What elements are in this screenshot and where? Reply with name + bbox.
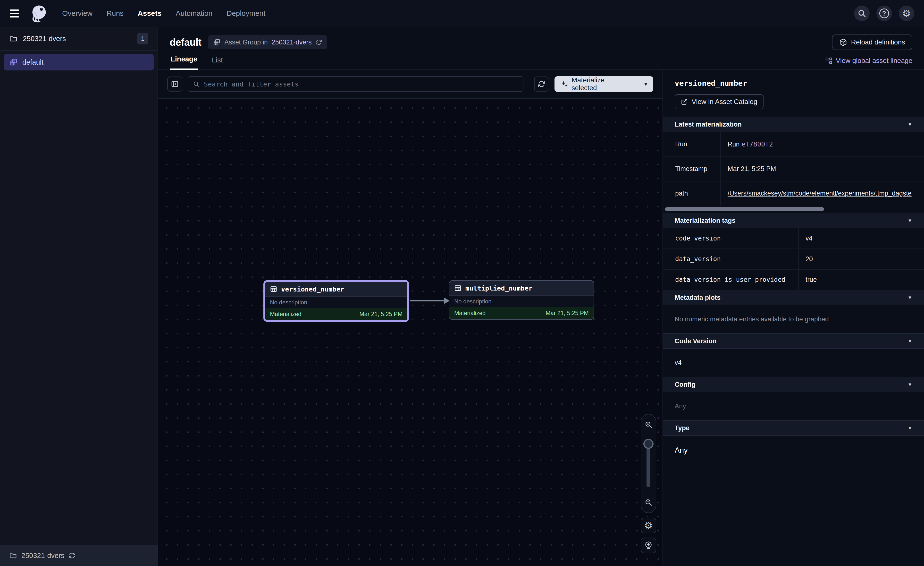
asset-node-description: No description <box>449 296 594 307</box>
table-row: data_version_is_user_provided true <box>663 269 924 290</box>
menu-icon[interactable] <box>10 7 22 20</box>
badge-repo-link[interactable]: 250321-dvers <box>272 39 312 46</box>
tab-lineage[interactable]: Lineage <box>170 55 198 70</box>
refresh-graph-button[interactable] <box>534 77 549 92</box>
zoom-slider <box>641 435 656 492</box>
sync-icon[interactable] <box>69 552 75 559</box>
panel-toggle-icon <box>171 80 178 88</box>
path-link[interactable]: /Users/smackesey/stm/code/elementl/exper… <box>728 190 922 197</box>
row-value: Run ef7800f2 <box>721 132 924 157</box>
status-timestamp: Mar 21, 5:25 PM <box>546 310 589 316</box>
page-title: default <box>170 37 201 48</box>
top-navbar: Overview Runs Assets Automation Deployme… <box>0 0 924 27</box>
row-value: /Users/smackesey/stm/code/elementl/exper… <box>721 181 924 206</box>
chevron-down-icon: ▼ <box>908 295 912 301</box>
gear-icon: ⚙ <box>644 521 653 530</box>
chevron-down-icon: ▾ <box>644 81 647 87</box>
panel-asset-title: versioned_number <box>675 79 912 87</box>
view-in-asset-catalog-button[interactable]: View in Asset Catalog <box>675 94 764 109</box>
section-header-metadata-plots[interactable]: Metadata plots ▼ <box>663 290 924 306</box>
asset-group-icon <box>10 58 18 66</box>
help-button[interactable]: ? <box>876 6 892 21</box>
search-button[interactable] <box>854 6 870 21</box>
asset-groups-sidebar: 250321-dvers 1 default 250321-dvers <box>0 27 158 566</box>
tag-value: true <box>799 269 924 290</box>
run-id-link[interactable]: ef7800f2 <box>741 140 773 148</box>
tag-key: data_version_is_user_provided <box>663 269 799 290</box>
reload-definitions-button[interactable]: Reload definitions <box>832 35 912 50</box>
sync-icon <box>538 80 545 88</box>
materialization-tags-table: code_version v4 data_version 20 data_ver… <box>663 228 924 290</box>
section-header-code-version[interactable]: Code Version ▼ <box>663 333 924 349</box>
zoom-in-button[interactable] <box>641 414 656 435</box>
nav-links: Overview Runs Assets Automation Deployme… <box>62 9 266 18</box>
asset-details-panel: versioned_number View in Asset Catalog L… <box>663 70 924 566</box>
group-count-badge: 1 <box>137 33 148 44</box>
scrollbar-thumb[interactable] <box>665 207 824 211</box>
sidebar-item-default[interactable]: default <box>4 54 154 71</box>
sidebar-footer[interactable]: 250321-dvers <box>0 545 158 566</box>
graph-settings-button[interactable]: ⚙ <box>640 518 656 533</box>
latest-materialization-table: Run Run ef7800f2 Timestamp Mar 21, 5:25 … <box>663 132 924 206</box>
section-header-type[interactable]: Type ▼ <box>663 420 924 436</box>
graph-toolbar: Materialize selected ▾ <box>158 70 663 99</box>
materialize-button[interactable]: Materialize selected <box>555 76 638 92</box>
status-badge: Materialized <box>270 311 301 318</box>
asset-node-multiplied-number[interactable]: multiplied_number No description Materia… <box>448 280 594 320</box>
external-link-icon <box>681 98 688 105</box>
view-global-lineage-link[interactable]: View global asset lineage <box>825 57 912 69</box>
row-key: Run <box>663 132 721 157</box>
sidebar-group-row[interactable]: 250321-dvers 1 <box>0 27 158 51</box>
download-graph-button[interactable] <box>640 537 656 553</box>
page-header: default Asset Group in 250321-dvers Relo… <box>158 27 924 51</box>
asset-search-input[interactable] <box>204 80 518 88</box>
chevron-down-icon: ▼ <box>908 339 912 344</box>
folder-icon <box>9 552 17 560</box>
materialize-dropdown-button[interactable]: ▾ <box>638 76 653 92</box>
dagster-logo[interactable] <box>30 4 48 23</box>
nav-item-runs[interactable]: Runs <box>106 9 124 18</box>
gear-icon: ⚙ <box>902 9 911 18</box>
asset-node-status-row: Materialized Mar 21, 5:25 PM <box>265 308 407 320</box>
asset-node-name: versioned_number <box>281 285 344 293</box>
search-icon <box>193 81 200 87</box>
asset-node-status-row: Materialized Mar 21, 5:25 PM <box>449 307 594 319</box>
asset-node-name: multiplied_number <box>465 285 532 292</box>
table-icon <box>270 285 277 293</box>
zoom-out-button[interactable] <box>641 492 656 513</box>
table-row: data_version 20 <box>663 249 924 269</box>
table-row: path /Users/smackesey/stm/code/elementl/… <box>663 181 924 206</box>
section-header-materialization-tags[interactable]: Materialization tags ▼ <box>663 213 924 228</box>
type-value: Any <box>663 436 924 465</box>
tag-value: 20 <box>799 249 924 269</box>
footer-repo-name: 250321-dvers <box>21 552 64 560</box>
sidebar-item-label: default <box>22 58 44 66</box>
status-badge: Materialized <box>454 310 486 316</box>
download-icon <box>644 541 652 549</box>
chevron-down-icon: ▼ <box>908 218 912 223</box>
lineage-icon <box>825 57 832 65</box>
lineage-canvas[interactable]: versioned_number No description Material… <box>158 99 663 566</box>
table-row: code_version v4 <box>663 228 924 249</box>
badge-prefix: Asset Group in <box>224 39 268 46</box>
nav-item-assets[interactable]: Assets <box>138 9 162 18</box>
status-timestamp: Mar 21, 5:25 PM <box>360 311 402 318</box>
asset-node-versioned-number[interactable]: versioned_number No description Material… <box>263 280 409 322</box>
tab-list[interactable]: List <box>211 56 224 69</box>
section-header-config[interactable]: Config ▼ <box>663 377 924 392</box>
lineage-edge <box>408 292 451 309</box>
section-header-latest-materialization[interactable]: Latest materialization ▼ <box>663 117 924 132</box>
nav-item-overview[interactable]: Overview <box>62 9 93 18</box>
folder-icon <box>9 35 18 43</box>
row-key: Timestamp <box>663 157 721 181</box>
zoom-slider-handle[interactable] <box>644 439 654 449</box>
chevron-down-icon: ▼ <box>908 382 912 387</box>
zoom-out-icon <box>645 498 652 506</box>
help-icon: ? <box>879 9 889 18</box>
nav-item-deployment[interactable]: Deployment <box>226 9 266 18</box>
table-row: Run Run ef7800f2 <box>663 132 924 157</box>
settings-button[interactable]: ⚙ <box>899 6 914 21</box>
toggle-sidebar-button[interactable] <box>167 77 182 92</box>
nav-item-automation[interactable]: Automation <box>176 9 212 18</box>
sync-icon[interactable] <box>316 39 322 45</box>
